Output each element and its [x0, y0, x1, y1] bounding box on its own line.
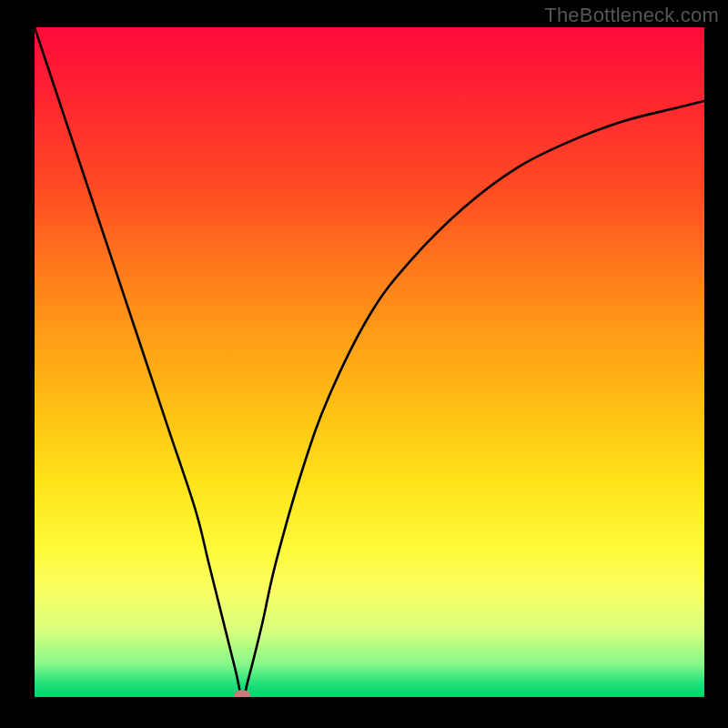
- plot-area: [35, 27, 704, 697]
- minimum-marker: [234, 690, 250, 697]
- bottleneck-curve: [35, 27, 704, 697]
- watermark-text: TheBottleneck.com: [544, 4, 719, 27]
- curve-svg: [35, 27, 704, 697]
- chart-frame: TheBottleneck.com: [0, 0, 728, 728]
